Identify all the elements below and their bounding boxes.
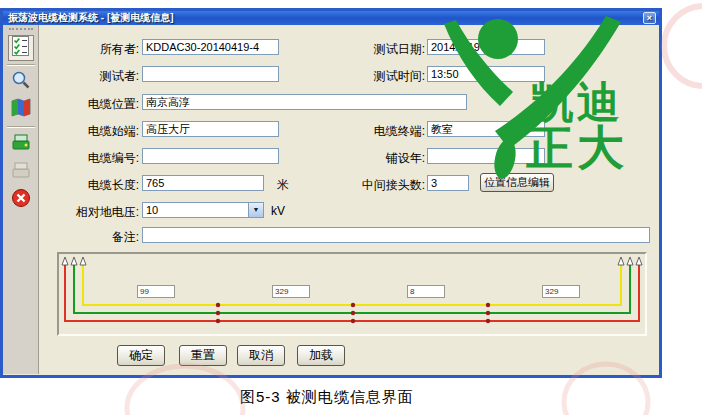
map-tool-button[interactable] bbox=[8, 97, 34, 123]
joint-count-input[interactable] bbox=[427, 175, 469, 191]
tester-label: 测试者: bbox=[47, 68, 139, 85]
map-icon bbox=[11, 98, 31, 122]
reset-button[interactable]: 重置 bbox=[179, 345, 227, 366]
cable-length-unit: 米 bbox=[277, 177, 289, 194]
cable-info-tool-button[interactable] bbox=[8, 35, 34, 61]
segment-length-box[interactable]: 329 bbox=[272, 285, 310, 298]
cable-length-label: 电缆长度: bbox=[47, 177, 139, 194]
joint-count-label: 中间接头数: bbox=[349, 177, 425, 194]
toolbar-separator bbox=[7, 64, 35, 66]
search-tool-button[interactable] bbox=[8, 69, 34, 95]
cable-start-label: 电缆始端: bbox=[47, 123, 139, 140]
cable-start-input[interactable] bbox=[142, 121, 279, 137]
cable-location-label: 电缆位置: bbox=[47, 96, 139, 113]
voltage-dropdown-button[interactable]: ▼ bbox=[248, 202, 264, 218]
cable-terminal-arrows-right bbox=[618, 257, 642, 265]
joint-dot bbox=[351, 311, 355, 315]
checklist-icon bbox=[11, 36, 31, 60]
left-toolbar bbox=[3, 25, 39, 374]
voltage-label: 相对地电压: bbox=[47, 204, 139, 221]
cable-number-label: 电缆编号: bbox=[47, 150, 139, 167]
device-tool-button[interactable] bbox=[8, 131, 34, 157]
load-button[interactable]: 加载 bbox=[297, 345, 345, 366]
stop-tool-button[interactable] bbox=[8, 187, 34, 213]
tester-input[interactable] bbox=[142, 66, 279, 82]
remarks-input[interactable] bbox=[142, 227, 650, 243]
cable-length-input[interactable] bbox=[142, 175, 264, 191]
toolbar-gripper[interactable] bbox=[9, 28, 33, 32]
joint-dot bbox=[351, 303, 355, 307]
voltage-select-value[interactable] bbox=[142, 202, 264, 218]
device-tool-button-disabled bbox=[8, 159, 34, 185]
segment-length-box[interactable]: 329 bbox=[542, 285, 580, 298]
cable-number-input[interactable] bbox=[142, 148, 279, 164]
stop-icon bbox=[11, 188, 31, 212]
device-icon bbox=[11, 132, 31, 156]
test-date-input[interactable] bbox=[427, 39, 545, 55]
ok-button[interactable]: 确定 bbox=[117, 345, 165, 366]
cable-diagram-panel: 99 329 8 329 bbox=[57, 252, 647, 336]
figure-caption: 图5-3 被测电缆信息界面 bbox=[240, 388, 414, 407]
joint-dot bbox=[216, 311, 220, 315]
segment-length-box[interactable]: 8 bbox=[407, 285, 445, 298]
voltage-unit: kV bbox=[271, 204, 285, 218]
joint-dot bbox=[216, 319, 220, 323]
device-icon-disabled bbox=[11, 160, 31, 184]
search-icon bbox=[11, 70, 31, 94]
remarks-label: 备注: bbox=[47, 229, 139, 246]
test-time-input[interactable] bbox=[427, 66, 545, 82]
titlebar[interactable]: 振荡波电缆检测系统 - [被测电缆信息] × bbox=[3, 11, 659, 25]
cable-terminal-arrows-left bbox=[62, 257, 86, 265]
joint-dot bbox=[216, 303, 220, 307]
cable-info-form: 所有者: 测试日期: 测试者: 测试时间: 电缆位置: 电缆始端: 电缆终端: … bbox=[39, 25, 659, 374]
laying-year-input[interactable] bbox=[427, 148, 545, 164]
window-title: 振荡波电缆检测系统 - [被测电缆信息] bbox=[8, 12, 174, 23]
test-date-label: 测试日期: bbox=[349, 41, 425, 58]
cable-location-input[interactable] bbox=[142, 94, 467, 110]
segment-length-box[interactable]: 99 bbox=[137, 285, 175, 298]
cable-end-label: 电缆终端: bbox=[349, 123, 425, 140]
joint-dot bbox=[486, 311, 490, 315]
toolbar-separator bbox=[7, 126, 35, 128]
joint-dot bbox=[486, 319, 490, 323]
app-window: 振荡波电缆检测系统 - [被测电缆信息] × bbox=[0, 8, 662, 378]
position-edit-button[interactable]: 位置信息编辑 bbox=[480, 173, 554, 192]
cable-end-input[interactable] bbox=[427, 121, 545, 137]
close-button[interactable]: × bbox=[643, 12, 656, 24]
cancel-button[interactable]: 取消 bbox=[237, 345, 285, 366]
laying-year-label: 铺设年: bbox=[349, 150, 425, 167]
joint-dot bbox=[351, 319, 355, 323]
owner-input[interactable] bbox=[142, 39, 279, 55]
owner-label: 所有者: bbox=[47, 41, 139, 58]
joint-dot bbox=[486, 303, 490, 307]
test-time-label: 测试时间: bbox=[349, 68, 425, 85]
